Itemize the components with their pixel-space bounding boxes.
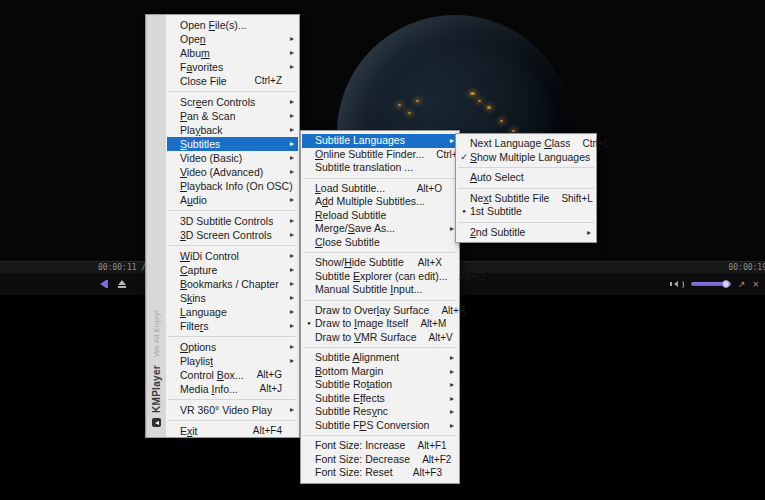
menu-item-subtitles[interactable]: Subtitles▸ — [167, 137, 298, 151]
menu-item-label: Font Size: Reset — [315, 466, 393, 480]
submenu-subtitle-languages: Next Language ClassCtrl+L✓Show Multiple … — [455, 133, 597, 243]
submenu-arrow-icon: ▸ — [587, 226, 591, 240]
submenu-arrow-icon: ▸ — [290, 305, 294, 319]
menu-item-subtitle-effects[interactable]: Subtitle Effects▸ — [302, 392, 458, 406]
menu-item-pan-scan[interactable]: Pan & Scan▸ — [167, 109, 298, 123]
volume-knob[interactable] — [722, 280, 730, 288]
menu-item-options[interactable]: Options▸ — [167, 340, 298, 354]
menu-item-label: Auto Select — [470, 171, 524, 185]
menu-item-shortcut: Alt+F2 — [410, 453, 451, 467]
menu-item-font-size-decrease[interactable]: Font Size: DecreaseAlt+F2 — [302, 453, 458, 467]
menu-item-shortcut: Shift+L — [549, 192, 592, 206]
volume-mute-icon[interactable] — [670, 280, 684, 289]
menu-item-open-file-s[interactable]: Open File(s)... — [167, 18, 298, 32]
submenu-arrow-icon: ▸ — [290, 340, 294, 354]
menu-item-playlist[interactable]: Playlist▸ — [167, 354, 298, 368]
menu-item-label: Playback Info (On OSC) — [180, 179, 293, 193]
menu-item-audio[interactable]: Audio▸ — [167, 193, 298, 207]
menu-item-video-basic[interactable]: Video (Basic)▸ — [167, 151, 298, 165]
menu-item-open[interactable]: Open▸ — [167, 32, 298, 46]
menu-item-favorites[interactable]: Favorites▸ — [167, 60, 298, 74]
menu-item-label: Audio — [180, 193, 207, 207]
menu-item-font-size-reset[interactable]: Font Size: ResetAlt+F3 — [302, 466, 458, 480]
menu-item-auto-select[interactable]: Auto Select — [457, 171, 595, 185]
menu-item-widi-control[interactable]: WiDi Control▸ — [167, 249, 298, 263]
menu-item-subtitle-rotation[interactable]: Subtitle Rotation▸ — [302, 378, 458, 392]
menu-item-language[interactable]: Language▸ — [167, 305, 298, 319]
menu-item-subtitle-explorer-can-edit[interactable]: Subtitle Explorer (can edit)...Alt+Q — [302, 270, 458, 284]
kmplayer-branding-strip: KMPlayer We All Enjoy! — [146, 15, 166, 437]
menu-item-show-multiple-languages[interactable]: ✓Show Multiple Languages — [457, 151, 595, 165]
menu-item-subtitle-translation[interactable]: Subtitle translation ... — [302, 161, 458, 175]
menu-item-subtitle-resync[interactable]: Subtitle Resync▸ — [302, 405, 458, 419]
menu-item-manual-subtitle-input[interactable]: Manual Subtitle Input... — [302, 283, 458, 297]
menu-separator — [303, 252, 457, 253]
menu-separator — [168, 420, 297, 421]
menu-item-bottom-margin[interactable]: Bottom Margin▸ — [302, 365, 458, 379]
menu-item-subtitle-fps-conversion[interactable]: Subtitle FPS Conversion▸ — [302, 419, 458, 433]
menu-item-capture[interactable]: Capture▸ — [167, 263, 298, 277]
menu-item-2nd-subtitle[interactable]: 2nd Subtitle▸ — [457, 226, 595, 240]
menu-item-close-file[interactable]: Close FileCtrl+Z — [167, 74, 298, 88]
submenu-arrow-icon: ▸ — [290, 60, 294, 74]
eject-open-button[interactable] — [118, 280, 126, 288]
menu-item-label: Media Info... — [180, 382, 238, 396]
menu-item-1st-subtitle[interactable]: ●1st Subtitle — [457, 205, 595, 219]
menu-item-load-subtitle[interactable]: Load Subtitle...Alt+O — [302, 182, 458, 196]
previous-button[interactable] — [100, 280, 108, 288]
menu-item-label: Draw to Overlay Surface — [315, 304, 429, 318]
submenu-arrow-icon: ▸ — [290, 403, 294, 417]
menu-item-control-box[interactable]: Control Box...Alt+G — [167, 368, 298, 382]
menu-item-3d-subtitle-controls[interactable]: 3D Subtitle Controls▸ — [167, 214, 298, 228]
menu-item-next-language-class[interactable]: Next Language ClassCtrl+L — [457, 137, 595, 151]
menu-item-exit[interactable]: ExitAlt+F4 — [167, 424, 298, 438]
menu-item-merge-save-as[interactable]: Merge/Save As...▸ — [302, 222, 458, 236]
menu-item-draw-to-overlay-surface[interactable]: Draw to Overlay SurfaceAlt+R — [302, 304, 458, 318]
menu-item-label: Language — [180, 305, 227, 319]
volume-slider[interactable] — [691, 280, 731, 288]
menu-item-label: Reload Subtitle — [315, 209, 386, 223]
brand-slogan: We All Enjoy! — [152, 310, 161, 357]
menu-item-add-multiple-subtitles[interactable]: Add Multiple Subtitles... — [302, 195, 458, 209]
submenu-arrow-icon: ▸ — [450, 378, 454, 392]
menu-item-video-advanced[interactable]: Video (Advanced)▸ — [167, 165, 298, 179]
menu-item-draw-to-image-itself[interactable]: ●Draw to Image ItselfAlt+M — [302, 317, 458, 331]
menu-item-label: Capture — [180, 263, 217, 277]
submenu-arrow-icon: ▸ — [290, 46, 294, 60]
menu-item-draw-to-vmr-surface[interactable]: Draw to VMR SurfaceAlt+V — [302, 331, 458, 345]
menu-item-show-hide-subtitle[interactable]: Show/Hide SubtitleAlt+X — [302, 256, 458, 270]
menu-item-close-subtitle[interactable]: Close Subtitle — [302, 236, 458, 250]
menu-item-label: Subtitle Effects — [315, 392, 385, 406]
menu-item-label: Options — [180, 340, 216, 354]
submenu-arrow-icon: ▸ — [450, 419, 454, 433]
menu-item-label: Font Size: Increase — [315, 439, 405, 453]
menu-item-playback[interactable]: Playback▸ — [167, 123, 298, 137]
menu-item-media-info[interactable]: Media Info...Alt+J — [167, 382, 298, 396]
menu-item-reload-subtitle[interactable]: Reload Subtitle — [302, 209, 458, 223]
menu-item-shortcut: Alt+X — [406, 256, 442, 270]
menu-item-next-subtitle-file[interactable]: Next Subtitle FileShift+L — [457, 192, 595, 206]
popout-icon[interactable]: ↗ — [738, 273, 746, 295]
menu-item-label: Bottom Margin — [315, 365, 383, 379]
menu-item-label: Font Size: Decrease — [315, 453, 410, 467]
menu-item-album[interactable]: Album▸ — [167, 46, 298, 60]
menu-item-shortcut: Alt+R — [429, 304, 466, 318]
menu-item-3d-screen-controls[interactable]: 3D Screen Controls▸ — [167, 228, 298, 242]
menu-item-shortcut: Alt+G — [245, 368, 282, 382]
menu-item-label: Skins — [180, 291, 206, 305]
submenu-arrow-icon: ▸ — [290, 109, 294, 123]
menu-item-skins[interactable]: Skins▸ — [167, 291, 298, 305]
menu-item-online-subtitle-finder[interactable]: Online Subtitle Finder...Ctrl+Alt+Q — [302, 148, 458, 162]
menu-item-screen-controls[interactable]: Screen Controls▸ — [167, 95, 298, 109]
close-icon[interactable]: × — [753, 273, 759, 295]
menu-item-playback-info-on-osc[interactable]: Playback Info (On OSC)Tab — [167, 179, 298, 193]
menu-item-font-size-increase[interactable]: Font Size: IncreaseAlt+F1 — [302, 439, 458, 453]
menu-item-subtitle-languages[interactable]: Subtitle Languages▸ — [302, 134, 458, 148]
menu-item-vr-360-video-play[interactable]: VR 360° Video Play▸ — [167, 403, 298, 417]
menu-separator — [303, 435, 457, 436]
submenu-arrow-icon: ▸ — [290, 193, 294, 207]
menu-item-bookmarks-chapter[interactable]: Bookmarks / Chapter▸ — [167, 277, 298, 291]
menu-item-filters[interactable]: Filters▸ — [167, 319, 298, 333]
submenu-arrow-icon: ▸ — [290, 123, 294, 137]
menu-item-subtitle-alignment[interactable]: Subtitle Alignment▸ — [302, 351, 458, 365]
